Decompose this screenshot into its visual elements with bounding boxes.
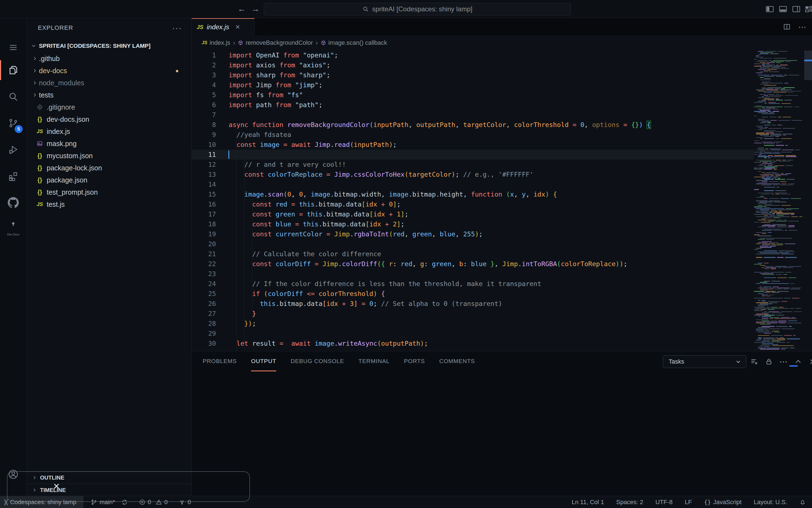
panel-tab-ports[interactable]: PORTS — [404, 351, 425, 371]
code-line-4[interactable]: 4import Jimp from "jimp"; — [192, 80, 754, 90]
tree-item-package-lock-json[interactable]: {}package-lock.json — [27, 162, 191, 174]
ports-indicator[interactable]: 0 — [179, 499, 191, 506]
panel-tab-output[interactable]: OUTPUT — [251, 351, 276, 371]
command-center-search[interactable]: spriteAI [Codespaces: shiny lamp] — [264, 3, 571, 15]
sidebar-item-github[interactable] — [0, 190, 27, 215]
code-line-22[interactable]: 22 const colorDiff = Jimp.colorDiff({ r:… — [192, 259, 754, 269]
code-lines[interactable]: 1import OpenAI from "openai";2import axi… — [192, 50, 754, 348]
code-line-8[interactable]: 8async function removeBackgroundColor(in… — [192, 120, 754, 130]
code-line-10[interactable]: 10 const image = await Jimp.read(inputPa… — [192, 140, 754, 150]
editor-scrollbar[interactable] — [804, 50, 812, 351]
tree-item-test-js[interactable]: JStest.js — [27, 198, 191, 210]
toggle-panel-icon[interactable] — [778, 4, 788, 14]
lock-icon[interactable] — [765, 358, 773, 366]
tree-item--gitignore[interactable]: .gitignore — [27, 101, 191, 113]
panel-tab-comments[interactable]: COMMENTS — [439, 351, 475, 371]
maximize-panel-icon[interactable] — [794, 358, 802, 366]
tree-item-test-prompt-json[interactable]: {}test_prompt.json — [27, 186, 191, 198]
layout-indicator[interactable]: Layout: U.S. — [754, 499, 787, 506]
code-line-24[interactable]: 24 // If the color difference is less th… — [192, 279, 754, 289]
tree-item-tests[interactable]: tests — [27, 89, 191, 101]
breadcrumb-item[interactable]: removeBackgroundColor — [238, 39, 313, 46]
code-line-27[interactable]: 27 } — [192, 309, 754, 319]
language-mode[interactable]: {} JavaScript — [704, 499, 741, 506]
code-line-1[interactable]: 1import OpenAI from "openai"; — [192, 50, 754, 60]
code-line-14[interactable]: 14 — [192, 179, 754, 189]
code-line-12[interactable]: 12 // r and t are very cool!! — [192, 160, 754, 170]
code-line-9[interactable]: 9 //yeah fdsatea — [192, 130, 754, 140]
line-number: 24 — [192, 279, 216, 289]
panel-tab-problems[interactable]: PROBLEMS — [203, 351, 237, 371]
sidebar-item-dev-docs[interactable] — [0, 215, 27, 234]
tab-index-js[interactable]: JS index.js ✕ — [192, 18, 255, 35]
code-line-15[interactable]: 15 image.scan(0, 0, image.bitmap.width, … — [192, 189, 754, 199]
tree-item-mask-png[interactable]: mask.png — [27, 137, 191, 150]
code-line-16[interactable]: 16 const red = this.bitmap.data[idx + 0]… — [192, 199, 754, 209]
remote-indicator[interactable]: ⟩⟨ Codespaces: shiny lamp — [0, 496, 83, 508]
code-line-6[interactable]: 6import path from "path"; — [192, 100, 754, 110]
code-line-13[interactable]: 13 const colorToReplace = Jimp.cssColorT… — [192, 170, 754, 179]
tree-item-node-modules[interactable]: node_modules — [27, 77, 191, 89]
back-arrow[interactable]: ← — [236, 3, 247, 14]
toggle-sidebar-icon[interactable] — [765, 4, 774, 14]
timeline-section[interactable]: TIMELINE — [27, 484, 191, 496]
explorer-more-actions-icon[interactable]: ··· — [172, 23, 182, 33]
split-editor-icon[interactable] — [783, 23, 791, 31]
tree-item-mycustom-json[interactable]: {}mycustom.json — [27, 150, 191, 162]
scrollbar-slider[interactable] — [804, 50, 812, 80]
code-line-28[interactable]: 28 }); — [192, 319, 754, 329]
indentation[interactable]: Spaces: 2 — [616, 499, 643, 506]
panel-tab-debug-console[interactable]: DEBUG CONSOLE — [291, 351, 344, 371]
code-line-21[interactable]: 21 // Calculate the color difference — [192, 249, 754, 259]
sidebar-item-search[interactable] — [0, 84, 27, 109]
problems-indicator[interactable]: 0 0 — [139, 499, 168, 506]
close-tab-icon[interactable]: ✕ — [235, 24, 240, 30]
cursor-position[interactable]: Ln 11, Col 1 — [572, 499, 604, 506]
sidebar-item-source-control[interactable]: 5 — [0, 111, 27, 136]
breadcrumb-item[interactable]: JSindex.js — [202, 39, 230, 46]
code-line-26[interactable]: 26 this.bitmap.data[idx + 3] = 0; // Set… — [192, 299, 754, 309]
output-channel-dropdown[interactable]: Tasks — [663, 355, 746, 368]
close-panel-icon[interactable] — [809, 358, 812, 366]
customize-layout-icon[interactable] — [804, 4, 812, 14]
code-line-20[interactable]: 20 — [192, 239, 754, 249]
toggle-secondary-sidebar-icon[interactable] — [791, 4, 801, 14]
panel-more-actions-icon[interactable]: ⋯ — [779, 359, 788, 365]
code-editor[interactable]: 1import OpenAI from "openai";2import axi… — [192, 50, 812, 351]
clear-output-icon[interactable] — [750, 357, 759, 366]
minimap[interactable] — [754, 50, 804, 351]
forward-arrow[interactable]: → — [250, 3, 261, 14]
code-line-7[interactable]: 7 — [192, 110, 754, 120]
code-line-11[interactable]: 11 — [192, 150, 754, 160]
encoding[interactable]: UTF-8 — [655, 499, 673, 506]
eol[interactable]: LF — [685, 499, 692, 506]
outline-section[interactable]: OUTLINE — [27, 471, 191, 484]
code-line-18[interactable]: 18 const blue = this.bitmap.data[idx + 2… — [192, 219, 754, 229]
tree-item--github[interactable]: .github — [27, 52, 191, 65]
code-line-3[interactable]: 3import sharp from "sharp"; — [192, 70, 754, 80]
code-line-29[interactable]: 29 — [192, 329, 754, 338]
tree-item-dev-docs-json[interactable]: {}dev-docs.json — [27, 113, 191, 125]
code-line-30[interactable]: 30 let result = await image.writeAsync(o… — [192, 338, 754, 348]
code-line-25[interactable]: 25 if (colorDiff <= colorThreshold) { — [192, 289, 754, 299]
branch-indicator[interactable]: main* — [91, 499, 128, 506]
sync-icon[interactable] — [121, 499, 128, 506]
explorer-root-folder[interactable]: SPRITEAI [CODESPACES: SHINY LAMP] — [27, 39, 191, 52]
code-line-19[interactable]: 19 const currentColor = Jimp.rgbaToInt(r… — [192, 229, 754, 239]
editor-more-actions-icon[interactable]: ⋯ — [798, 22, 807, 32]
account-icon[interactable] — [0, 462, 27, 487]
menu-icon[interactable] — [0, 35, 27, 60]
breadcrumb-item[interactable]: image.scan() callback — [321, 39, 387, 46]
panel-tab-terminal[interactable]: TERMINAL — [359, 351, 390, 371]
sidebar-item-explorer[interactable] — [0, 57, 27, 83]
sidebar-item-extensions[interactable] — [0, 163, 27, 189]
tree-item-dev-docs[interactable]: dev-docs● — [27, 65, 191, 77]
code-line-23[interactable]: 23 — [192, 269, 754, 279]
code-line-5[interactable]: 5import fs from "fs" — [192, 90, 754, 100]
code-line-2[interactable]: 2import axios from "axios"; — [192, 60, 754, 70]
code-line-17[interactable]: 17 const green = this.bitmap.data[idx + … — [192, 209, 754, 219]
tree-item-package-json[interactable]: {}package.json — [27, 174, 191, 186]
sidebar-item-run-debug[interactable] — [0, 137, 27, 162]
tree-item-index-js[interactable]: JSindex.js — [27, 125, 191, 137]
bell-icon[interactable] — [799, 499, 806, 506]
